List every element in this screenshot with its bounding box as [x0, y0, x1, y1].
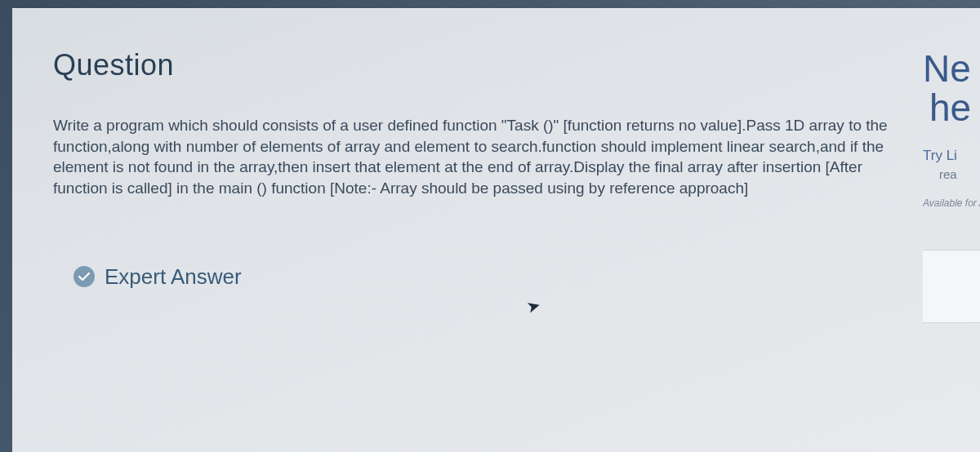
expert-answer-label: Expert Answer	[105, 264, 242, 290]
question-body: Write a program which should consists of…	[53, 115, 919, 199]
sidebar-try-link[interactable]: Try Li	[923, 148, 980, 164]
sidebar-available-text: Available for A	[923, 197, 980, 209]
expert-answer-header: Expert Answer	[74, 264, 919, 290]
sidebar-heading-line1: Ne	[923, 50, 980, 87]
checkmark-icon	[74, 266, 95, 287]
content-row: Question Write a program which should co…	[53, 48, 939, 290]
main-column: Question Write a program which should co…	[53, 48, 919, 290]
sidebar-heading-line2: he	[929, 89, 980, 126]
page-frame: Question Write a program which should co…	[12, 8, 980, 452]
sidebar-card	[923, 250, 980, 323]
sidebar-partial: Ne he Try Li rea Available for A	[923, 50, 980, 323]
cursor-icon: ➤	[524, 295, 543, 317]
question-title: Question	[53, 48, 919, 82]
sidebar-rea-text: rea	[939, 167, 980, 181]
